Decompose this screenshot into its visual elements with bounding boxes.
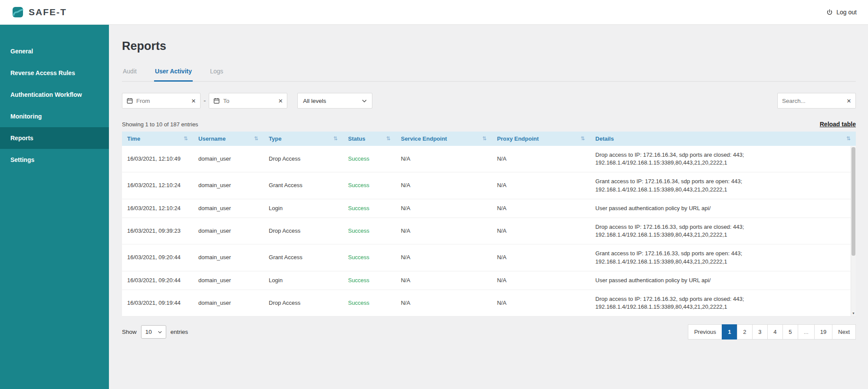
pagination-page-1[interactable]: 1 bbox=[722, 324, 737, 340]
to-date-field[interactable] bbox=[223, 98, 275, 104]
filters-row: × - × All levels bbox=[122, 93, 856, 109]
sidebar-item-settings[interactable]: Settings bbox=[0, 149, 109, 171]
topbar: SAFE-T Log out bbox=[0, 0, 868, 25]
table-header-row: ⇅Time⇅Username⇅Type⇅Status⇅Service Endpo… bbox=[122, 132, 856, 146]
clear-to-icon[interactable]: × bbox=[278, 97, 283, 105]
cell-time: 16/03/2021, 09:20:44 bbox=[122, 244, 193, 271]
table-row: 16/03/2021, 09:19:44domain_userDrop Acce… bbox=[122, 290, 856, 316]
sort-icon: ⇅ bbox=[846, 135, 851, 142]
to-date-input[interactable]: × bbox=[209, 93, 287, 109]
tab-user-activity[interactable]: User Activity bbox=[154, 64, 193, 82]
column-label: Service Endpoint bbox=[401, 135, 447, 142]
clear-from-icon[interactable]: × bbox=[191, 97, 196, 105]
table-scrollbar[interactable]: ▼ bbox=[851, 146, 856, 316]
cell-status: Success bbox=[343, 146, 396, 172]
calendar-icon bbox=[214, 98, 220, 104]
cell-username: domain_user bbox=[193, 146, 263, 172]
cell-proxy-endpoint: N/A bbox=[492, 146, 590, 172]
column-header-service-endpoint[interactable]: ⇅Service Endpoint bbox=[396, 132, 492, 146]
cell-service-endpoint: N/A bbox=[396, 146, 492, 172]
cell-type: Drop Access bbox=[263, 218, 343, 244]
main-content: Reports AuditUser ActivityLogs × - bbox=[109, 25, 868, 389]
cell-details: Grant access to IP: 172.16.16.34, sdp po… bbox=[590, 172, 856, 199]
column-header-status[interactable]: ⇅Status bbox=[343, 132, 396, 146]
pagination-page-5[interactable]: 5 bbox=[783, 324, 798, 340]
sort-icon: ⇅ bbox=[386, 135, 391, 142]
cell-type: Drop Access bbox=[263, 146, 343, 172]
clear-search-icon[interactable]: × bbox=[847, 97, 851, 105]
report-table-body: 16/03/2021, 12:10:49domain_userDrop Acce… bbox=[122, 146, 856, 316]
cell-service-endpoint: N/A bbox=[396, 244, 492, 271]
cell-time: 16/03/2021, 12:10:49 bbox=[122, 146, 193, 172]
cell-type: Drop Access bbox=[263, 290, 343, 316]
cell-username: domain_user bbox=[193, 172, 263, 199]
cell-service-endpoint: N/A bbox=[396, 290, 492, 316]
column-header-proxy-endpoint[interactable]: ⇅Proxy Endpoint bbox=[492, 132, 590, 146]
column-header-details[interactable]: ⇅Details bbox=[590, 132, 856, 146]
page-size-select[interactable]: 10 bbox=[141, 325, 166, 339]
table-row: 16/03/2021, 09:39:23domain_userDrop Acce… bbox=[122, 218, 856, 244]
column-label: Details bbox=[595, 135, 614, 142]
tab-audit[interactable]: Audit bbox=[122, 64, 138, 81]
pagination-previous[interactable]: Previous bbox=[688, 324, 722, 340]
cell-username: domain_user bbox=[193, 218, 263, 244]
brand-logo: SAFE-T bbox=[11, 6, 67, 19]
chevron-down-icon bbox=[362, 99, 367, 102]
from-date-input[interactable]: × bbox=[122, 93, 201, 109]
cell-username: domain_user bbox=[193, 271, 263, 290]
cell-time: 16/03/2021, 12:10:24 bbox=[122, 199, 193, 218]
scroll-down-icon[interactable]: ▼ bbox=[851, 310, 856, 316]
cell-service-endpoint: N/A bbox=[396, 271, 492, 290]
cell-time: 16/03/2021, 09:39:23 bbox=[122, 218, 193, 244]
app: SAFE-T Log out GeneralReverse Access Rul… bbox=[0, 0, 868, 389]
reload-table-link[interactable]: Reload table bbox=[820, 121, 856, 128]
tab-logs[interactable]: Logs bbox=[209, 64, 224, 81]
sidebar-item-reports[interactable]: Reports bbox=[0, 127, 109, 149]
pagination-next[interactable]: Next bbox=[832, 324, 856, 340]
cell-status: Success bbox=[343, 290, 396, 316]
pagination-page-2[interactable]: 2 bbox=[737, 324, 753, 340]
search-input[interactable] bbox=[782, 98, 843, 104]
scrollbar-thumb[interactable] bbox=[852, 147, 855, 256]
tabs: AuditUser ActivityLogs bbox=[122, 64, 856, 82]
table-row: 16/03/2021, 09:20:44domain_userLoginSucc… bbox=[122, 271, 856, 290]
column-header-username[interactable]: ⇅Username bbox=[193, 132, 263, 146]
cell-proxy-endpoint: N/A bbox=[492, 244, 590, 271]
sidebar-item-reverse-access-rules[interactable]: Reverse Access Rules bbox=[0, 62, 109, 84]
level-select[interactable]: All levels bbox=[297, 93, 372, 109]
report-table: ⇅Time⇅Username⇅Type⇅Status⇅Service Endpo… bbox=[122, 132, 856, 316]
pagination-page-3[interactable]: 3 bbox=[752, 324, 768, 340]
table-row: 16/03/2021, 12:10:24domain_userLoginSucc… bbox=[122, 199, 856, 218]
cell-proxy-endpoint: N/A bbox=[492, 271, 590, 290]
cell-service-endpoint: N/A bbox=[396, 199, 492, 218]
sidebar-item-general[interactable]: General bbox=[0, 40, 109, 62]
from-date-field[interactable] bbox=[136, 98, 188, 104]
sidebar-item-monitoring[interactable]: Monitoring bbox=[0, 105, 109, 127]
table-row: 16/03/2021, 12:10:49domain_userDrop Acce… bbox=[122, 146, 856, 172]
page-title: Reports bbox=[122, 40, 856, 53]
column-label: Proxy Endpoint bbox=[497, 135, 539, 142]
sort-icon: ⇅ bbox=[581, 135, 585, 142]
cell-username: domain_user bbox=[193, 290, 263, 316]
column-header-type[interactable]: ⇅Type bbox=[263, 132, 343, 146]
level-select-value: All levels bbox=[303, 98, 326, 104]
page-size-control: Show 10 entries bbox=[122, 325, 188, 339]
shell: GeneralReverse Access RulesAuthenticatio… bbox=[0, 25, 868, 389]
logout-button[interactable]: Log out bbox=[826, 9, 857, 16]
column-header-time[interactable]: ⇅Time bbox=[122, 132, 193, 146]
cell-status: Success bbox=[343, 271, 396, 290]
brand-name: SAFE-T bbox=[29, 7, 67, 17]
logout-label: Log out bbox=[836, 9, 857, 16]
entries-label: entries bbox=[171, 329, 188, 335]
pagination-page-4[interactable]: 4 bbox=[767, 324, 783, 340]
sidebar-item-authentication-workflow[interactable]: Authentication Workflow bbox=[0, 84, 109, 105]
cell-time: 16/03/2021, 09:20:44 bbox=[122, 271, 193, 290]
pagination-page-19[interactable]: 19 bbox=[814, 324, 832, 340]
sort-icon: ⇅ bbox=[184, 135, 188, 142]
cell-proxy-endpoint: N/A bbox=[492, 199, 590, 218]
search-input-box[interactable]: × bbox=[777, 93, 856, 109]
cell-username: domain_user bbox=[193, 244, 263, 271]
chevron-down-icon bbox=[158, 331, 162, 333]
table-meta: Showing 1 to 10 of 187 entries Reload ta… bbox=[122, 121, 856, 128]
cell-service-endpoint: N/A bbox=[396, 218, 492, 244]
